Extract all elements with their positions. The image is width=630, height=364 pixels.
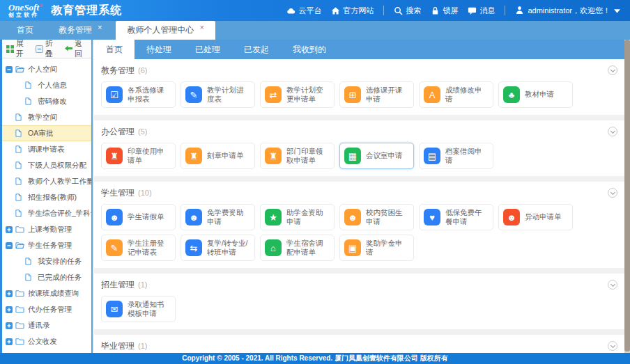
user-menu[interactable]: administrator，欢迎您！ (515, 6, 620, 16)
card-label: 成绩修改申请 (445, 86, 489, 104)
window-tab-1[interactable]: 首页 (6, 21, 45, 40)
sidebar-item[interactable]: 招生报备(教师) (2, 189, 91, 205)
nav-messages[interactable]: 消息 (468, 6, 495, 16)
app-card[interactable]: ⇆复学/转专业/转班申请 (180, 235, 255, 261)
app-card[interactable]: ⌂学生宿舍调配申请单 (260, 235, 335, 261)
section-header: 教务管理(6) (101, 65, 617, 76)
app-card[interactable]: ✎学生注册登记申请表 (101, 235, 176, 261)
sidebar-item[interactable]: 调课申请表 (2, 141, 91, 157)
window-tab-2[interactable]: 教务管理× (47, 21, 113, 40)
app-card[interactable]: A成绩修改申请 (419, 81, 493, 108)
nav-separator (383, 6, 384, 15)
app-card[interactable]: ⇄教学计划变更申请单 (260, 81, 335, 108)
user-name: administrator，欢迎您！ (528, 6, 610, 16)
collapse-section-icon[interactable] (608, 188, 617, 198)
folder-icon (15, 338, 24, 346)
app-card[interactable]: ☻异动申请单 (498, 204, 573, 230)
sidebar-item[interactable]: 我安排的任务 (2, 253, 91, 269)
file-icon (15, 193, 24, 202)
nav-search[interactable]: 搜索 (394, 6, 421, 16)
sidebar-item[interactable]: OA审批 (2, 125, 91, 141)
scholarship-icon: ▣ (344, 239, 361, 256)
sidebar-item[interactable]: 通讯录 (2, 317, 91, 333)
content-tab-3[interactable]: 已处理 (183, 40, 232, 59)
collapse-all-icon (36, 45, 43, 53)
content-tab-1[interactable]: 首页 (94, 40, 135, 59)
seal-receive-icon: ♜ (265, 148, 282, 164)
tree-item-label: 密码修改 (38, 97, 67, 106)
app-card[interactable]: ♜刻章申请单 (180, 143, 255, 169)
nav-official-site[interactable]: 官方网站 (331, 6, 374, 16)
scrollbar-thumb[interactable] (624, 40, 630, 351)
window-tab-label: 教师个人管理中心 (127, 24, 194, 36)
tree-item-label: 个人信息 (38, 81, 67, 90)
expand-all-icon (6, 45, 14, 53)
collapse-section-icon[interactable] (608, 280, 617, 290)
folder-open-icon (15, 65, 24, 74)
sidebar-item[interactable]: 代办任务管理 (2, 301, 91, 317)
nav-lock-screen[interactable]: 锁屏 (431, 6, 458, 16)
window-tab-bar: 首页教务管理×教师个人管理中心× (0, 21, 630, 40)
sidebar-item[interactable]: 密码修改 (2, 93, 91, 109)
window-tab-3[interactable]: 教师个人管理中心× (116, 21, 215, 40)
sidebar-item[interactable]: 上课考勤管理 (2, 221, 91, 237)
app-card[interactable]: ▦会议室申请 (339, 143, 414, 169)
close-icon[interactable]: × (98, 23, 102, 31)
content-tab-2[interactable]: 待处理 (135, 40, 183, 59)
file-icon (15, 161, 24, 170)
sidebar-item[interactable]: 个人信息 (2, 77, 91, 93)
sidebar-item[interactable]: 教学空间 (2, 109, 91, 125)
card-label: 刻章申请单 (207, 151, 244, 160)
sidebar-item[interactable]: 个人空间 (2, 61, 91, 77)
minus-box-icon (6, 242, 13, 249)
caret-down-icon (614, 6, 620, 15)
app-card[interactable]: ✉录取通知书模板申请 (101, 296, 176, 322)
toolbar-back-button[interactable]: 返回 (65, 40, 87, 59)
sidebar-item[interactable]: 已完成的任务 (2, 269, 91, 285)
app-card[interactable]: ☻学生请假单 (101, 204, 176, 230)
sidebar-item[interactable]: 学生综合评价_学科评价 (2, 205, 91, 221)
card-label: 会议室申请 (366, 151, 403, 160)
app-card[interactable]: ⊞选修课开课申请 (339, 81, 414, 108)
content-tab-4[interactable]: 已发起 (232, 40, 281, 59)
collapse-section-icon[interactable] (608, 65, 617, 75)
content-tab-5[interactable]: 我收到的 (281, 40, 338, 59)
card-label: 教材申请 (525, 90, 554, 99)
app-card[interactable]: ✎教学计划进度表 (180, 81, 255, 108)
app-card[interactable]: ♣教材申请 (498, 81, 573, 108)
section-header: 办公管理(5) (101, 126, 617, 137)
sidebar-item[interactable]: 按课班成绩查询 (2, 285, 91, 301)
nav-cloud-platform[interactable]: 云平台 (286, 6, 321, 16)
card-label: 印章使用申请单 (128, 147, 171, 165)
card-label: 教学计划进度表 (207, 86, 250, 104)
section-title: 学生管理 (101, 187, 135, 199)
page-title: 教育管理系统 (51, 3, 122, 18)
app-card[interactable]: ☻免学费资助申请 (180, 204, 255, 230)
app-card[interactable]: ☑各系选修课申报表 (101, 81, 176, 108)
sidebar-item[interactable]: 公文收发 (2, 333, 91, 349)
app-card[interactable]: ♜印章使用申请单 (101, 143, 176, 169)
vertical-scrollbar[interactable] (624, 40, 630, 353)
close-icon[interactable]: × (199, 23, 203, 31)
toolbar-expand-all-button[interactable]: 展开 (6, 40, 29, 59)
logo-text: OneSoft® (8, 3, 43, 12)
app-card[interactable]: ★助学金资助申请 (260, 204, 335, 230)
free-lunch-icon: ♥ (424, 209, 440, 225)
collapse-section-icon[interactable] (608, 341, 617, 351)
card-label: 部门印章领取申请单 (286, 147, 330, 165)
admission-letter-icon: ✉ (106, 301, 123, 317)
sidebar-item[interactable]: 学生任务管理 (2, 237, 91, 253)
app-card[interactable]: ☻校内贫困生申请 (339, 204, 414, 230)
section: 办公管理(5)♜印章使用申请单♜刻章申请单♜部门印章领取申请单▦会议室申请▤档案… (94, 120, 624, 176)
section: 教务管理(6)☑各系选修课申报表✎教学计划进度表⇄教学计划变更申请单⊞选修课开课… (94, 59, 624, 115)
sidebar-item[interactable]: 教师个人教学工作量登记表 (2, 173, 91, 189)
app-card[interactable]: ♜部门印章领取申请单 (260, 143, 335, 169)
app-card[interactable]: ▣奖助学金申请 (339, 235, 414, 261)
app-card[interactable]: ♥低保免费午餐申请 (419, 204, 493, 230)
toolbar-label: 折叠 (45, 40, 58, 59)
collapse-section-icon[interactable] (608, 127, 617, 136)
seal-use-icon: ♜ (106, 148, 123, 164)
sidebar-item[interactable]: 下级人员权限分配 (2, 157, 91, 173)
toolbar-collapse-all-button[interactable]: 折叠 (36, 40, 58, 59)
app-card[interactable]: ▤档案借阅申请 (419, 143, 493, 169)
